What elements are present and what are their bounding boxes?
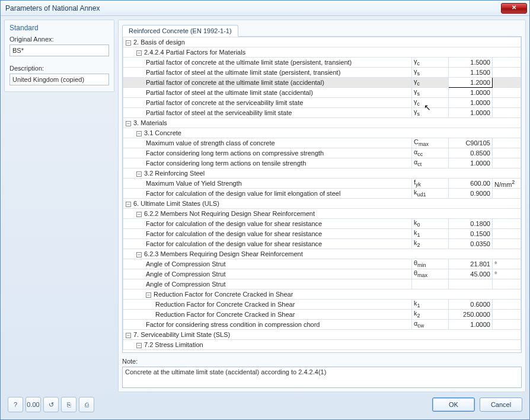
- param-unit: [492, 310, 521, 320]
- param-label: Factor for calculation of the design val…: [123, 229, 412, 239]
- collapse-toggle-icon[interactable]: −: [126, 202, 131, 207]
- tree-row[interactable]: Factor for calculation of the design val…: [123, 239, 521, 249]
- param-label: Partial factor of concrete at the ultima…: [123, 58, 412, 68]
- description-input[interactable]: [9, 74, 109, 85]
- paste-icon[interactable]: ⎙: [79, 397, 94, 412]
- tree-row[interactable]: Partial factor of steel at the ultimate …: [123, 88, 521, 98]
- param-value[interactable]: 0.1800: [448, 219, 492, 229]
- param-unit: [492, 158, 521, 168]
- param-symbol: γc: [411, 78, 448, 88]
- dialog-window: Parameters of National Annex ✕ Standard …: [0, 0, 530, 420]
- param-value[interactable]: 0.9000: [448, 189, 492, 199]
- tree-row[interactable]: Angle of Compression Strut: [123, 279, 521, 289]
- collapse-toggle-icon[interactable]: −: [126, 121, 131, 126]
- tree-row[interactable]: Reduction Factor for Concrete Cracked in…: [123, 310, 521, 320]
- collapse-toggle-icon[interactable]: −: [136, 212, 142, 217]
- param-label: Partial factor of steel at the ultimate …: [123, 88, 412, 98]
- tab-row: Reinforced Concrete (EN 1992-1-1): [122, 23, 522, 37]
- window-title: Parameters of National Annex: [5, 4, 100, 12]
- param-value[interactable]: 0.8500: [448, 148, 492, 158]
- param-value[interactable]: 0.0350: [448, 239, 492, 249]
- param-value[interactable]: 1.0000: [448, 158, 492, 168]
- collapse-toggle-icon[interactable]: −: [126, 40, 131, 46]
- param-value[interactable]: 0.6000: [448, 300, 492, 310]
- tree-section[interactable]: −6.2.3 Members Requiring Design Shear Re…: [123, 249, 521, 259]
- tab-reinforced-concrete[interactable]: Reinforced Concrete (EN 1992-1-1): [122, 25, 238, 37]
- param-symbol: θmin: [411, 259, 448, 269]
- param-value[interactable]: 0.1500: [448, 229, 492, 239]
- tree-section[interactable]: −2. Basis of design: [123, 37, 521, 47]
- param-value[interactable]: 1.1500: [448, 68, 492, 78]
- param-value[interactable]: 250.0000: [448, 310, 492, 320]
- param-value[interactable]: 21.801: [448, 259, 492, 269]
- param-unit: °: [492, 259, 521, 269]
- ok-button[interactable]: OK: [432, 397, 475, 412]
- tree-section[interactable]: −2.4.2.4 Partial Factors for Materials: [123, 47, 521, 58]
- original-annex-input[interactable]: [9, 44, 109, 56]
- tree-row[interactable]: Factor considering long term actions on …: [123, 148, 521, 158]
- tree-row[interactable]: Angle of Compression Strutθmin21.801°: [123, 259, 521, 269]
- tree-section[interactable]: −3.1 Concrete: [123, 128, 521, 138]
- tree-scroll[interactable]: −2. Basis of design−2.4.2.4 Partial Fact…: [123, 37, 521, 352]
- decimals-icon[interactable]: 0.00: [25, 397, 41, 412]
- collapse-toggle-icon[interactable]: −: [146, 292, 151, 298]
- collapse-toggle-icon[interactable]: −: [136, 50, 142, 56]
- tree-row[interactable]: Partial factor of concrete at the ultima…: [123, 78, 521, 88]
- tree-section[interactable]: −Reduction Factor for Concrete Cracked i…: [123, 289, 521, 300]
- param-value[interactable]: 1.0000: [448, 88, 492, 98]
- note-label: Note:: [122, 358, 522, 365]
- param-symbol: k1: [411, 300, 448, 310]
- tree-row[interactable]: Maximum value of strength class of concr…: [123, 138, 521, 148]
- param-symbol: γc: [411, 58, 448, 68]
- param-unit: [492, 320, 521, 330]
- param-unit: N/mm2: [492, 179, 521, 189]
- param-value[interactable]: [448, 279, 492, 289]
- param-label: Reduction Factor for Concrete Cracked in…: [123, 310, 412, 320]
- reset-icon[interactable]: ↺: [43, 397, 59, 412]
- collapse-toggle-icon[interactable]: −: [126, 333, 131, 338]
- tree-section[interactable]: −3.2 Reinforcing Steel: [123, 168, 521, 179]
- tree-row[interactable]: Factor considering long term actions on …: [123, 158, 521, 168]
- main-area: Standard Original Annex: Description: Re…: [4, 20, 526, 392]
- tree-row[interactable]: Angle of Compression Strutθmax45.000°: [123, 269, 521, 279]
- param-symbol: Cmax: [411, 138, 448, 148]
- tree-row[interactable]: Partial factor of concrete at the servic…: [123, 98, 521, 108]
- param-value[interactable]: 1.2000: [448, 78, 492, 88]
- cancel-button[interactable]: Cancel: [480, 397, 522, 412]
- param-label: Factor for considering stress condition …: [123, 320, 412, 330]
- tree-row[interactable]: Factor for calculation of the design val…: [123, 229, 521, 239]
- param-value[interactable]: 1.0000: [448, 108, 492, 118]
- param-label: Factor for calculation of the design val…: [123, 189, 412, 199]
- param-label: Maximum value of strength class of concr…: [123, 138, 412, 148]
- tree-row[interactable]: Maximum Value of Yield Strengthfyk600.00…: [123, 179, 521, 189]
- tree-section[interactable]: −6. Ultimate Limit States (ULS): [123, 199, 521, 209]
- standard-group: Standard Original Annex: Description:: [4, 20, 114, 92]
- tree-row[interactable]: Factor for considering stress condition …: [123, 320, 521, 330]
- close-button[interactable]: ✕: [501, 3, 527, 14]
- param-value[interactable]: 1.5000: [448, 58, 492, 68]
- param-label: Angle of Compression Strut: [123, 259, 412, 269]
- param-value[interactable]: 45.000: [448, 269, 492, 279]
- collapse-toggle-icon[interactable]: −: [136, 171, 142, 177]
- tree-section[interactable]: −3. Materials: [123, 118, 521, 128]
- tree-row[interactable]: Partial factor of concrete at the ultima…: [123, 58, 521, 68]
- param-value[interactable]: 1.0000: [448, 320, 492, 330]
- param-unit: [492, 78, 521, 88]
- help-icon[interactable]: ?: [8, 397, 23, 412]
- tree-section[interactable]: −7. Serviceability Limit State (SLS): [123, 330, 521, 340]
- tree-section[interactable]: −6.2.2 Members Not Requiring Design Shea…: [123, 209, 521, 219]
- tree-row[interactable]: Partial factor of steel at the serviceab…: [123, 108, 521, 118]
- param-value[interactable]: 600.00: [448, 179, 492, 189]
- copy-icon[interactable]: ⎘: [61, 397, 76, 412]
- param-unit: [492, 58, 521, 68]
- collapse-toggle-icon[interactable]: −: [136, 131, 142, 136]
- collapse-toggle-icon[interactable]: −: [136, 252, 142, 257]
- tree-row[interactable]: Factor for calculation of the design val…: [123, 189, 521, 199]
- tree-row[interactable]: Partial factor of steel at the ultimate …: [123, 68, 521, 78]
- tree-row[interactable]: Reduction Factor for Concrete Cracked in…: [123, 300, 521, 310]
- collapse-toggle-icon[interactable]: −: [136, 343, 142, 348]
- param-value[interactable]: 1.0000: [448, 98, 492, 108]
- tree-section[interactable]: −7.2 Stress Limitation: [123, 340, 521, 350]
- tree-row[interactable]: Factor for calculation of the design val…: [123, 219, 521, 229]
- param-value[interactable]: C90/105: [448, 138, 492, 148]
